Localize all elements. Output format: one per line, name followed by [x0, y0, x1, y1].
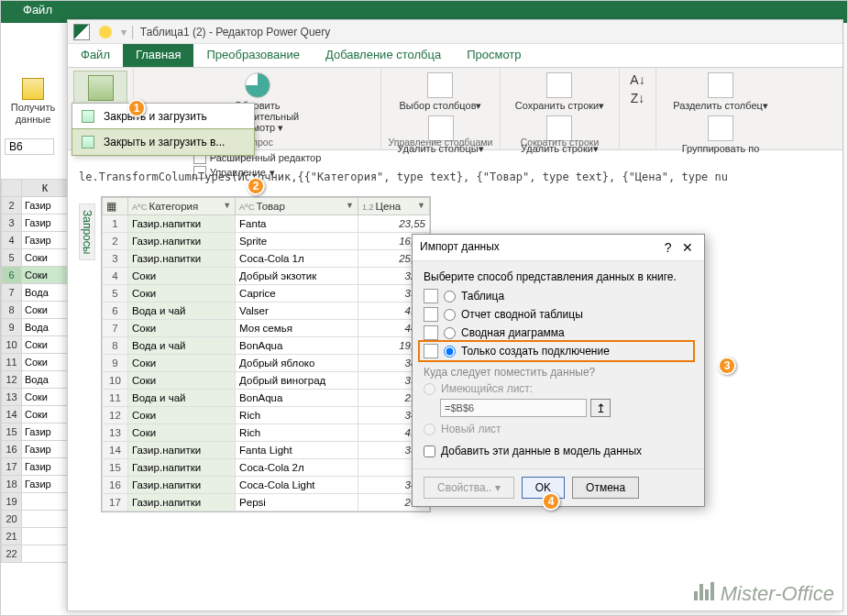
table-row[interactable]: 17Газир.напиткиPepsi26,5 — [103, 494, 430, 512]
opt-radio-1[interactable] — [444, 309, 456, 321]
pq-app-icon — [73, 24, 90, 40]
new-sheet-radio — [424, 424, 435, 435]
dialog-close-button[interactable]: ✕ — [678, 240, 697, 255]
split-column-button[interactable]: Разделить столбец▾ — [670, 71, 771, 114]
opt-icon — [424, 289, 438, 303]
get-data-button[interactable]: Получитьданные — [1, 23, 65, 126]
dd-close-load[interactable]: Закрыть и загрузить — [72, 104, 254, 129]
opt-radio-3[interactable] — [444, 346, 456, 358]
pq-data-table: ▦AᴮCКатегория▼AᴮCТовар▼1.2Цена▼1Газир.на… — [101, 196, 431, 512]
refresh-icon — [245, 72, 270, 98]
ref-picker-button[interactable]: ↥ — [590, 399, 611, 417]
close-load-icon — [88, 75, 114, 101]
callout-3: 3 — [718, 357, 736, 375]
col-header-2[interactable]: 1.2Цена▼ — [358, 198, 429, 215]
existing-sheet-radio — [424, 383, 435, 395]
cell-ref-input[interactable] — [440, 399, 587, 417]
table-row[interactable]: 1Газир.напиткиFanta23,55 — [103, 215, 430, 233]
opt-radio-0[interactable] — [444, 291, 456, 302]
pq-tab-2[interactable]: Преобразование — [193, 44, 313, 67]
dialog-help-button[interactable]: ? — [661, 240, 676, 255]
dialog-title: Импорт данных — [420, 240, 500, 255]
table-row[interactable]: 9СокиДобрый яблоко38,2 — [103, 355, 430, 372]
import-option-3[interactable]: Только создать подключение — [420, 342, 693, 360]
import-option-1[interactable]: Отчет сводной таблицы — [424, 305, 693, 324]
watermark: Mister-Office — [693, 582, 834, 606]
table-row[interactable]: 10СокиДобрый виноград39,4 — [103, 372, 430, 390]
remove-columns-button[interactable]: Удалить столбцы▾ — [394, 114, 486, 157]
dialog-properties-button: Свойства.. ▾ — [424, 477, 514, 499]
table-row[interactable]: 3Газир.напиткиCoca-Cola 1л25,22 — [103, 250, 430, 268]
col-header-0[interactable]: AᴮCКатегория▼ — [128, 198, 236, 215]
callout-1: 1 — [127, 99, 146, 117]
pq-tabs: ФайлГлавнаяПреобразованиеДобавление стол… — [68, 44, 842, 68]
opt-icon — [424, 325, 438, 340]
dialog-cancel-button[interactable]: Отмена — [572, 477, 639, 499]
sort-desc-button[interactable]: Z↓ — [628, 89, 648, 107]
close-load-dropdown: Закрыть и загрузить Закрыть и загрузить … — [72, 103, 255, 156]
table-row[interactable]: 13СокиRich41,2 — [103, 424, 430, 442]
pq-tab-1[interactable]: Главная — [123, 44, 193, 67]
dd-close-load-to[interactable]: Закрыть и загрузить в... — [72, 128, 255, 156]
opt-icon — [424, 344, 438, 358]
keep-rows-icon — [546, 72, 572, 98]
split-icon — [708, 72, 733, 98]
choose-columns-button[interactable]: Выбор столбцов▾ — [397, 71, 485, 114]
table-row[interactable]: 11Вода и чайBonAqua21,2 — [103, 390, 430, 407]
keep-rows-button[interactable]: Сохранить строки▾ — [512, 71, 607, 114]
import-option-0[interactable]: Таблица — [424, 287, 693, 305]
table-row[interactable]: 15Газир.напиткиCoca-Cola 2л46 — [103, 459, 430, 477]
pq-tab-0[interactable]: Файл — [68, 44, 123, 67]
table-row[interactable]: 14Газир.напиткиFanta Light33,3 — [103, 442, 430, 459]
remove-rows-button[interactable]: Удалить строки▾ — [518, 114, 601, 157]
excel-file-tab[interactable]: Файл — [23, 3, 52, 16]
table-row[interactable]: 2Газир.напиткиSprite16,22 — [103, 233, 430, 250]
queries-pane-label[interactable]: Запросы — [79, 204, 95, 260]
opt-icon — [424, 307, 438, 322]
table-row[interactable]: 4СокиДобрый экзотик32,3 — [103, 268, 430, 285]
group-label-cols: Управление столбцами — [381, 137, 500, 148]
add-to-model-checkbox[interactable] — [424, 446, 435, 457]
excel-sheet-fragment: К2Газир3Газир4Газир5Соки6Соки7Вода8Соки9… — [1, 179, 69, 563]
pq-title-text: Таблица1 (2) - Редактор Power Query — [140, 26, 330, 38]
import-option-2[interactable]: Сводная диаграмма — [424, 324, 693, 342]
import-data-dialog: Импорт данных ? ✕ Выберите способ предст… — [412, 234, 705, 507]
group-label-rows: Сократить строки — [501, 137, 619, 148]
opt-radio-2[interactable] — [444, 327, 456, 339]
pq-tab-3[interactable]: Добавление столбца — [313, 44, 454, 67]
table-row[interactable]: 16Газир.напиткиCoca-Cola Light34,1 — [103, 477, 430, 494]
dd-close-load-icon — [80, 108, 96, 125]
pq-titlebar: ▾ │ Таблица1 (2) - Редактор Power Query — [68, 20, 842, 44]
table-row[interactable]: 7СокиМоя семья40,3 — [103, 320, 430, 337]
get-data-icon — [22, 78, 44, 100]
callout-4: 4 — [542, 492, 560, 511]
groupby-icon — [708, 116, 733, 141]
sort-asc-button[interactable]: A↓ — [627, 71, 647, 89]
group-by-button[interactable]: Группировать по — [679, 114, 763, 156]
table-row[interactable]: 8Вода и чайBonAqua19,55 — [103, 337, 430, 355]
formula-bar-fragment: le.TransformColumnTypes(Источник,{{"Кате… — [79, 170, 835, 183]
dialog-instruction: Выберите способ представления данных в к… — [424, 270, 693, 283]
smiley-icon — [99, 26, 112, 38]
table-row[interactable]: 12СокиRich34,1 — [103, 407, 430, 424]
table-row[interactable]: 6Вода и чайValser41,2 — [103, 302, 430, 320]
excel-name-box[interactable] — [5, 138, 54, 155]
where-label: Куда следует поместить данные? — [424, 366, 693, 379]
callout-2: 2 — [247, 177, 265, 195]
pq-tab-4[interactable]: Просмотр — [454, 44, 534, 67]
col-header-1[interactable]: AᴮCТовар▼ — [236, 198, 358, 215]
dd-close-load-to-icon — [80, 134, 96, 150]
choose-cols-icon — [427, 72, 453, 98]
table-row[interactable]: 5СокиCaprice35,6 — [103, 285, 430, 302]
